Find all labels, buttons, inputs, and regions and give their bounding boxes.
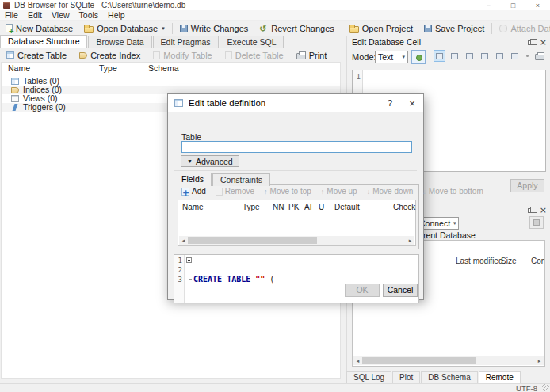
close-icon[interactable]: × bbox=[525, 0, 550, 10]
write-changes-button[interactable]: Write Changes bbox=[174, 21, 254, 36]
tab-sql-log[interactable]: SQL Log bbox=[346, 371, 391, 383]
remote-column-commit[interactable]: Commit bbox=[531, 257, 545, 265]
float-panel-icon[interactable] bbox=[528, 208, 533, 213]
open-project-button[interactable]: Open Project bbox=[344, 21, 418, 36]
menu-edit[interactable]: Edit bbox=[23, 10, 47, 20]
new-database-button[interactable]: New Database bbox=[0, 21, 78, 36]
move-to-top-button[interactable]: ↑ Move to top bbox=[260, 186, 315, 196]
tab-browse-data[interactable]: Browse Data bbox=[88, 36, 151, 48]
modify-table-icon bbox=[153, 51, 160, 59]
grid-column-name[interactable]: Name bbox=[182, 203, 204, 211]
print-button[interactable]: Print bbox=[290, 50, 334, 61]
grid-column-default[interactable]: Default bbox=[334, 203, 360, 211]
tab-constraints[interactable]: Constraints bbox=[212, 173, 270, 186]
tree-header[interactable]: Name Type Schema bbox=[2, 63, 340, 74]
advanced-button[interactable]: ▼ Advanced bbox=[181, 155, 239, 167]
remote-column-last-modified[interactable]: Last modified bbox=[456, 257, 502, 265]
grid-column-type[interactable]: Type bbox=[243, 203, 260, 211]
save-project-button[interactable]: Save Project bbox=[418, 21, 490, 36]
dialog-close-icon[interactable]: × bbox=[401, 94, 423, 112]
scrollbar-thumb[interactable] bbox=[362, 357, 476, 364]
delete-table-button[interactable]: Delete Table bbox=[219, 50, 290, 61]
scroll-right-icon[interactable]: ▸ bbox=[406, 238, 414, 244]
ok-button[interactable]: OK bbox=[345, 284, 380, 297]
tab-database-structure[interactable]: Database Structure bbox=[0, 35, 87, 48]
copy-data-icon[interactable] bbox=[509, 50, 521, 62]
grid-column-ai[interactable]: AI bbox=[304, 203, 311, 211]
move-to-bottom-button[interactable]: ↓ Move to bottom bbox=[418, 186, 487, 196]
create-index-button[interactable]: Create Index bbox=[73, 50, 147, 61]
minimize-icon[interactable]: − bbox=[476, 0, 501, 10]
menu-tools[interactable]: Tools bbox=[74, 10, 104, 20]
revert-changes-button[interactable]: Revert Changes bbox=[254, 21, 340, 36]
import-file-icon[interactable] bbox=[464, 50, 476, 62]
maximize-icon[interactable]: □ bbox=[501, 0, 525, 10]
remove-icon bbox=[216, 188, 223, 196]
table-icon bbox=[11, 78, 19, 85]
tab-db-schema[interactable]: DB Schema bbox=[421, 371, 477, 383]
print-cell-icon[interactable] bbox=[533, 50, 545, 62]
menu-file[interactable]: File bbox=[0, 10, 23, 20]
tab-edit-pragmas[interactable]: Edit Pragmas bbox=[153, 36, 219, 48]
column-name[interactable]: Name bbox=[8, 63, 30, 73]
fields-toolbar: Add Remove ↑ Move to top ↑ Move up ↓ Mov… bbox=[174, 185, 418, 198]
dialog-help-icon[interactable]: ? bbox=[379, 94, 401, 112]
grid-column-u[interactable]: U bbox=[319, 203, 324, 211]
rtl-text-icon[interactable] bbox=[449, 50, 460, 62]
overflow-icon[interactable] bbox=[524, 50, 530, 62]
tab-fields[interactable]: Fields bbox=[174, 173, 212, 186]
float-panel-icon[interactable] bbox=[528, 40, 533, 45]
remote-horizontal-scrollbar[interactable]: ◂ ▸ bbox=[353, 356, 544, 365]
remote-column-size[interactable]: Size bbox=[501, 257, 516, 265]
close-panel-icon[interactable]: × bbox=[540, 38, 547, 47]
tab-plot[interactable]: Plot bbox=[392, 371, 420, 383]
tab-execute-sql[interactable]: Execute SQL bbox=[220, 36, 285, 48]
grid-column-pk[interactable]: PK bbox=[288, 203, 299, 211]
modify-table-button[interactable]: Modify Table bbox=[147, 50, 219, 61]
open-database-button[interactable]: Open Database ▾ bbox=[78, 21, 170, 36]
resize-grip[interactable] bbox=[542, 384, 549, 391]
tab-remote[interactable]: Remote bbox=[479, 371, 521, 383]
set-null-icon[interactable] bbox=[494, 50, 506, 62]
scroll-left-icon[interactable]: ◂ bbox=[353, 358, 362, 364]
connect-button[interactable] bbox=[529, 216, 544, 229]
create-table-button[interactable]: Create Table bbox=[0, 50, 73, 61]
fold-collapse-icon[interactable] bbox=[186, 257, 192, 263]
move-down-button[interactable]: ↓ Move down bbox=[363, 186, 418, 196]
scrollbar-thumb[interactable] bbox=[188, 237, 317, 244]
close-panel-icon[interactable]: × bbox=[540, 206, 547, 215]
column-type[interactable]: Type bbox=[99, 63, 117, 73]
add-field-button[interactable]: Add bbox=[178, 186, 210, 196]
column-schema[interactable]: Schema bbox=[148, 63, 179, 73]
menu-view[interactable]: View bbox=[47, 10, 74, 20]
remove-field-button[interactable]: Remove bbox=[212, 186, 258, 196]
scroll-left-icon[interactable]: ◂ bbox=[179, 238, 188, 244]
encoding-indicator[interactable]: UTF-8 bbox=[516, 384, 537, 392]
attach-database-button[interactable]: Attach Database bbox=[494, 21, 550, 36]
dialog-title: Edit table definition bbox=[189, 98, 265, 108]
word-wrap-icon[interactable] bbox=[434, 50, 445, 62]
table-name-input[interactable] bbox=[181, 141, 412, 153]
toolbar-separator bbox=[342, 23, 342, 34]
export-file-icon[interactable] bbox=[479, 50, 491, 62]
fold-margin[interactable] bbox=[185, 255, 193, 303]
window-title: DB Browser for SQLite - C:\Users\turne\d… bbox=[14, 1, 185, 10]
menu-help[interactable]: Help bbox=[103, 10, 130, 20]
apply-button[interactable]: Apply bbox=[510, 179, 544, 192]
grid-column-check[interactable]: Check bbox=[393, 203, 415, 211]
cancel-button[interactable]: Cancel bbox=[383, 284, 418, 297]
open-project-label: Open Project bbox=[362, 24, 413, 33]
open-project-icon bbox=[349, 26, 359, 33]
auto-apply-icon[interactable] bbox=[411, 50, 426, 64]
dialog-tab-bar: Fields Constraints bbox=[174, 173, 271, 186]
fields-grid[interactable]: Name Type NN PK AI U Default Check ◂ ▸ bbox=[178, 200, 416, 246]
revert-changes-label: Revert Changes bbox=[271, 24, 334, 33]
open-database-dropdown-icon[interactable]: ▾ bbox=[162, 25, 165, 32]
mode-combobox[interactable]: Text bbox=[375, 51, 408, 63]
move-up-label: Move up bbox=[327, 187, 357, 196]
move-up-button[interactable]: ↑ Move up bbox=[317, 186, 361, 196]
scroll-right-icon[interactable]: ▸ bbox=[535, 358, 544, 364]
grid-column-nn[interactable]: NN bbox=[273, 203, 284, 211]
fields-horizontal-scrollbar[interactable]: ◂ ▸ bbox=[179, 236, 414, 245]
line-number: 2 bbox=[174, 265, 182, 275]
